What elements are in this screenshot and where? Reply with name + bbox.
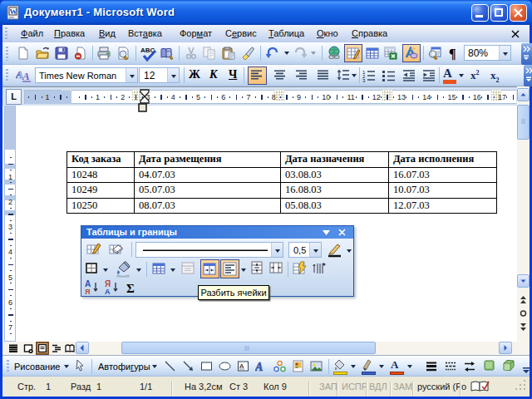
svg-text:A: A bbox=[22, 70, 30, 82]
svg-text:А: А bbox=[105, 288, 111, 296]
svg-text:A: A bbox=[255, 361, 263, 373]
svg-text:¶: ¶ bbox=[449, 47, 456, 61]
svg-text:3: 3 bbox=[362, 78, 366, 82]
svg-text:Σ: Σ bbox=[126, 282, 135, 295]
svg-text:W: W bbox=[10, 7, 17, 16]
svg-text:Я: Я bbox=[85, 288, 90, 296]
